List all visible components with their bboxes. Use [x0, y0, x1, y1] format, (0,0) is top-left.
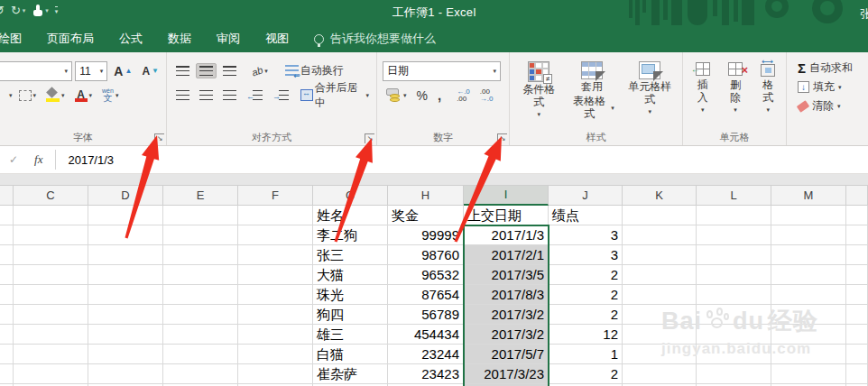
tab-数据[interactable]: 数据	[155, 25, 204, 52]
cell[interactable]	[238, 325, 313, 345]
cell[interactable]	[0, 245, 14, 265]
cell[interactable]: 99999	[388, 225, 464, 245]
merge-center-button[interactable]: 合并后居中 ▾	[297, 78, 373, 114]
cell[interactable]	[88, 305, 163, 325]
cell[interactable]	[163, 245, 238, 265]
cell[interactable]	[14, 364, 88, 384]
font-size-combobox[interactable]: 11▾	[75, 61, 107, 81]
conditional-formatting-button[interactable]: ≠ 条件格式▾	[515, 59, 562, 130]
cell[interactable]	[14, 265, 88, 285]
enter-check-icon[interactable]: ✓	[9, 153, 18, 166]
bottom-align-button[interactable]	[219, 63, 240, 78]
cell[interactable]: 3	[549, 245, 623, 265]
cell[interactable]: 2017/3/5	[464, 265, 549, 285]
cell[interactable]	[14, 225, 88, 245]
tab-绘图[interactable]: 绘图	[0, 25, 34, 52]
cell[interactable]: 姓名	[313, 206, 388, 225]
cell[interactable]: 2017/3/2	[464, 305, 549, 325]
orientation-button[interactable]: ab▾	[248, 63, 272, 79]
cell[interactable]: 454434	[388, 325, 464, 345]
cell[interactable]	[163, 305, 238, 325]
column-header-partial[interactable]	[846, 186, 868, 206]
cell[interactable]	[623, 305, 697, 325]
cell[interactable]	[88, 206, 163, 225]
cell[interactable]	[238, 245, 313, 265]
cell[interactable]	[238, 206, 313, 225]
cell[interactable]	[0, 305, 14, 325]
column-header-H[interactable]: H	[388, 186, 464, 206]
font-dialog-launcher[interactable]: ↘	[154, 133, 164, 143]
tab-审阅[interactable]: 审阅	[204, 25, 253, 52]
align-right-button[interactable]	[219, 87, 240, 103]
cell[interactable]	[0, 285, 14, 305]
cell[interactable]	[238, 305, 313, 325]
cell[interactable]	[14, 285, 88, 305]
column-header-L[interactable]: L	[697, 186, 771, 206]
cell[interactable]	[771, 305, 846, 325]
cell[interactable]	[0, 345, 14, 364]
decrease-indent-button[interactable]: ←	[243, 87, 266, 103]
cell[interactable]	[0, 364, 14, 384]
column-header-K[interactable]: K	[623, 186, 697, 206]
column-header-E[interactable]: E	[163, 186, 238, 206]
increase-decimal-button[interactable]: ←.0.00	[453, 86, 474, 106]
cell[interactable]	[238, 285, 313, 305]
cell[interactable]: 狗四	[313, 305, 388, 325]
cell[interactable]: 12	[549, 325, 623, 345]
underline-dropdown-icon[interactable]: ▾	[9, 92, 13, 98]
comma-style-button[interactable]: ,	[434, 85, 445, 106]
align-left-button[interactable]	[172, 87, 193, 103]
cell[interactable]	[14, 345, 88, 364]
top-align-button[interactable]	[172, 63, 193, 78]
cell[interactable]	[163, 345, 238, 364]
cell[interactable]	[88, 245, 163, 265]
cell[interactable]	[88, 325, 163, 345]
cell[interactable]	[163, 325, 238, 345]
cell[interactable]	[623, 285, 697, 305]
cell[interactable]: 87654	[388, 285, 464, 305]
cell[interactable]	[697, 364, 771, 384]
column-header-F[interactable]: F	[238, 186, 313, 206]
increase-font-size-button[interactable]: A▲	[110, 62, 135, 80]
cell[interactable]	[771, 225, 846, 245]
number-dialog-launcher[interactable]: ↘	[497, 133, 507, 143]
cell[interactable]: 2017/2/1	[464, 245, 549, 265]
column-header-partial[interactable]	[0, 186, 14, 206]
cell[interactable]	[697, 206, 771, 225]
cell[interactable]	[238, 225, 313, 245]
insert-function-icon[interactable]: fx	[34, 152, 42, 167]
cell[interactable]	[846, 285, 868, 305]
cell[interactable]: 2017/3/23	[464, 364, 549, 384]
column-header-I[interactable]: I	[464, 186, 549, 206]
increase-indent-button[interactable]: →	[269, 87, 292, 103]
cell[interactable]	[771, 345, 846, 364]
cell[interactable]	[846, 206, 868, 225]
cell[interactable]	[623, 345, 697, 364]
column-header-G[interactable]: G	[313, 186, 388, 206]
column-header-M[interactable]: M	[771, 186, 846, 206]
tab-视图[interactable]: 视图	[253, 25, 301, 52]
cell[interactable]	[846, 225, 868, 245]
cell[interactable]	[846, 345, 868, 364]
cell[interactable]	[846, 325, 868, 345]
alignment-dialog-launcher[interactable]: ↘	[365, 133, 374, 143]
cell[interactable]	[771, 285, 846, 305]
cell[interactable]: 1	[549, 345, 623, 364]
cell[interactable]	[0, 225, 14, 245]
font-color-button[interactable]: A▾	[71, 86, 97, 105]
cell[interactable]: 2	[549, 364, 623, 384]
cell[interactable]	[771, 265, 846, 285]
cell[interactable]: 3	[549, 225, 623, 245]
active-cell[interactable]: 2017/1/3	[464, 225, 549, 245]
cell[interactable]: 雄三	[313, 325, 388, 345]
cell[interactable]	[697, 305, 771, 325]
cell[interactable]	[14, 245, 88, 265]
clear-button[interactable]: 清除▾	[798, 96, 864, 115]
cell[interactable]: 2	[549, 265, 623, 285]
cell[interactable]	[697, 285, 771, 305]
cell[interactable]	[771, 364, 846, 384]
cell[interactable]	[0, 265, 14, 285]
cell[interactable]	[88, 225, 163, 245]
cell[interactable]: 2	[549, 285, 623, 305]
cell[interactable]	[163, 225, 238, 245]
